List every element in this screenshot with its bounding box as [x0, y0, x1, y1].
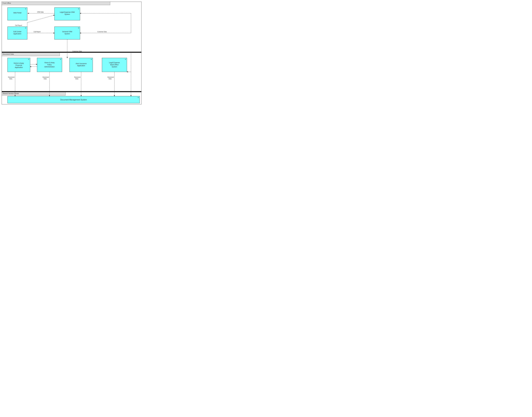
- diagram-container: Front Office Document Data Shared Servic…: [1, 1, 143, 105]
- spacer: [1, 1, 143, 105]
